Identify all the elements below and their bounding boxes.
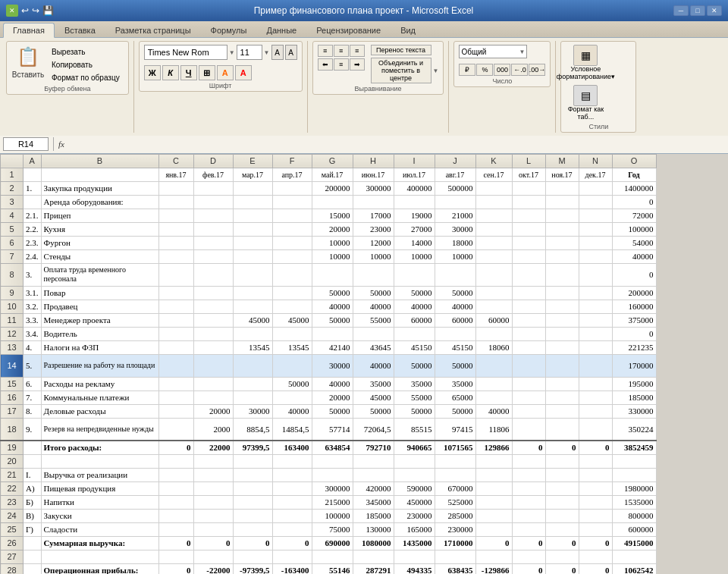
table-row: 27 xyxy=(1,550,657,563)
col-header-m[interactable]: M xyxy=(545,154,579,168)
table-row: 11 3.3. Менеджер проекта 45000 45000 500… xyxy=(1,313,657,327)
table-row: 20 xyxy=(1,454,657,468)
currency-button[interactable]: ₽ xyxy=(459,64,475,76)
merge-center-button[interactable]: Объединить и поместить в центре xyxy=(371,58,431,83)
tab-view[interactable]: Вид xyxy=(391,23,425,37)
italic-button[interactable]: К xyxy=(162,65,179,80)
col-header-o[interactable]: O xyxy=(612,154,656,168)
font-size-down-button[interactable]: A xyxy=(285,45,297,60)
formula-bar: fx xyxy=(0,136,728,154)
col-header-b[interactable]: B xyxy=(41,154,158,168)
align-top-center-button[interactable]: ≡ xyxy=(334,45,349,57)
bold-button[interactable]: Ж xyxy=(144,65,161,80)
table-row: 5 2.2. Кухня 20000 23000 27000 30000 100… xyxy=(1,222,657,236)
thousands-button[interactable]: 000 xyxy=(494,64,510,76)
col-header-j[interactable]: J xyxy=(435,154,475,168)
col-header-k[interactable]: K xyxy=(475,154,512,168)
col-header-n[interactable]: N xyxy=(579,154,612,168)
increase-decimal-button[interactable]: ←.0 xyxy=(511,64,528,76)
table-row: 8 3. Оплата труда временного персонала 0 xyxy=(1,263,657,286)
table-row: 17 8. Деловые расходы 20000 30000 40000 … xyxy=(1,404,657,418)
font-name-dropdown[interactable]: ▼ xyxy=(229,49,235,56)
tab-review[interactable]: Рецензирование xyxy=(306,23,391,37)
ribbon: Главная Вставка Разметка страницы Формул… xyxy=(0,21,728,136)
table-row: 6 2.3. Фургон 10000 12000 14000 18000 54… xyxy=(1,236,657,249)
conditional-format-button[interactable]: ▦ Условное форматирование▾ xyxy=(566,45,605,81)
merge-dropdown[interactable]: ▼ xyxy=(433,67,439,74)
table-row: 19 Итого расходы: 0 22000 97399,5 163400… xyxy=(1,441,657,454)
table-row: 9 3.1. Повар 50000 50000 50000 50000 200… xyxy=(1,286,657,300)
font-size-input[interactable] xyxy=(237,45,262,60)
table-row: 22 А) Пищевая продукция 300000 420000 59… xyxy=(1,481,657,495)
border-button[interactable]: ⊞ xyxy=(199,65,215,80)
table-row: 3 Аренда оборудования: 0 xyxy=(1,195,657,209)
table-row: 28 Операционная прибыль: 0 -22000 -97399… xyxy=(1,563,657,574)
wrap-text-button[interactable]: Перенос текста xyxy=(371,45,431,55)
col-header-l[interactable]: L xyxy=(512,154,545,168)
table-row: 4 2.1. Прицеп 15000 17000 19000 21000 72… xyxy=(1,209,657,222)
fill-color-button[interactable]: А xyxy=(217,65,234,80)
table-row: 15 6. Расходы на рекламу 50000 40000 350… xyxy=(1,377,657,391)
window-title: Пример финансового плана проект - Micros… xyxy=(254,5,474,16)
table-row: 13 4. Налоги на ФЗП 13545 13545 42140 43… xyxy=(1,340,657,354)
number-format-dropdown[interactable]: Общий ▼ xyxy=(459,45,527,58)
table-row: 16 7. Коммунальные платежи 20000 45000 5… xyxy=(1,391,657,404)
paste-button[interactable]: 📋 Вставить xyxy=(11,45,45,79)
font-size-dropdown[interactable]: ▼ xyxy=(264,49,270,56)
tab-home[interactable]: Главная xyxy=(3,23,55,38)
col-header-e[interactable]: E xyxy=(233,154,272,168)
table-row: 24 В) Закуски 100000 185000 230000 28500… xyxy=(1,509,657,522)
col-header-g[interactable]: G xyxy=(312,154,353,168)
col-header-f[interactable]: F xyxy=(272,154,312,168)
quick-access-save[interactable]: 💾 xyxy=(42,5,54,16)
minimize-button[interactable]: ─ xyxy=(673,5,689,16)
align-left-button[interactable]: ⬅ xyxy=(318,58,333,71)
col-header-c[interactable]: C xyxy=(158,154,193,168)
table-row: 25 Г) Сладости 75000 130000 165000 23000… xyxy=(1,522,657,536)
tab-data[interactable]: Данные xyxy=(256,23,306,37)
table-row: 2 1. Закупка продукции 200000 300000 400… xyxy=(1,181,657,195)
align-top-right-button[interactable]: ≡ xyxy=(350,45,365,57)
format-table-button[interactable]: ▤ Формат как таб... xyxy=(566,85,605,121)
decrease-decimal-button[interactable]: .00→ xyxy=(529,64,545,76)
tab-page-layout[interactable]: Разметка страницы xyxy=(105,23,201,37)
table-row: 10 3.2. Продавец 40000 40000 40000 40000… xyxy=(1,300,657,313)
align-center-button[interactable]: ≡ xyxy=(334,58,349,71)
underline-button[interactable]: Ч xyxy=(180,65,197,80)
font-color-button[interactable]: А xyxy=(235,65,252,80)
cell-reference-input[interactable] xyxy=(3,137,49,151)
table-row: 1 янв.17 фев.17 мар.17 апр.17 май.17 июн… xyxy=(1,168,657,181)
col-header-d[interactable]: D xyxy=(193,154,233,168)
title-bar: ✕ ↩ ↪ 💾 Пример финансового плана проект … xyxy=(0,0,728,21)
number-format-arrow[interactable]: ▼ xyxy=(519,49,526,55)
col-header-i[interactable]: I xyxy=(394,154,435,168)
table-row: 7 2.4. Стенды 10000 10000 10000 10000 40… xyxy=(1,249,657,263)
font-size-up-button[interactable]: A xyxy=(271,45,284,60)
quick-access-redo[interactable]: ↪ xyxy=(32,5,39,16)
table-row: 12 3.4. Водитель 0 xyxy=(1,327,657,340)
format-painter-button[interactable]: Формат по образцу xyxy=(48,72,124,83)
table-row: 14 5. Разрешение на работу на площади 30… xyxy=(1,354,657,377)
col-header-h[interactable]: H xyxy=(353,154,394,168)
tab-formulas[interactable]: Формулы xyxy=(201,23,257,37)
spreadsheet-area: A B C D E F G H I J K L M N O 1 янв.17 ф… xyxy=(0,154,728,574)
close-button[interactable]: ✕ xyxy=(707,5,722,16)
formula-input[interactable] xyxy=(67,137,725,151)
cut-button[interactable]: Вырезать xyxy=(48,46,124,58)
font-name-input[interactable] xyxy=(144,45,228,60)
percent-button[interactable]: % xyxy=(476,64,493,76)
align-top-left-button[interactable]: ≡ xyxy=(318,45,333,57)
row-header-1[interactable]: 1 xyxy=(1,168,24,181)
quick-access-undo[interactable]: ↩ xyxy=(21,5,29,16)
fx-label: fx xyxy=(58,140,64,149)
maximize-button[interactable]: □ xyxy=(690,5,705,16)
table-row: 23 Б) Напитки 215000 345000 450000 52500… xyxy=(1,495,657,509)
paste-label: Вставить xyxy=(12,71,44,79)
table-row: 26 Суммарная выручка: 0 0 0 0 690000 108… xyxy=(1,536,657,550)
tab-insert[interactable]: Вставка xyxy=(55,23,105,37)
col-header-a[interactable]: A xyxy=(24,154,42,168)
align-right-button[interactable]: ➡ xyxy=(350,58,365,71)
table-row: 21 I. Выручка от реализации xyxy=(1,468,657,481)
app-icon: ✕ xyxy=(6,5,18,17)
copy-button[interactable]: Копировать xyxy=(48,59,124,71)
